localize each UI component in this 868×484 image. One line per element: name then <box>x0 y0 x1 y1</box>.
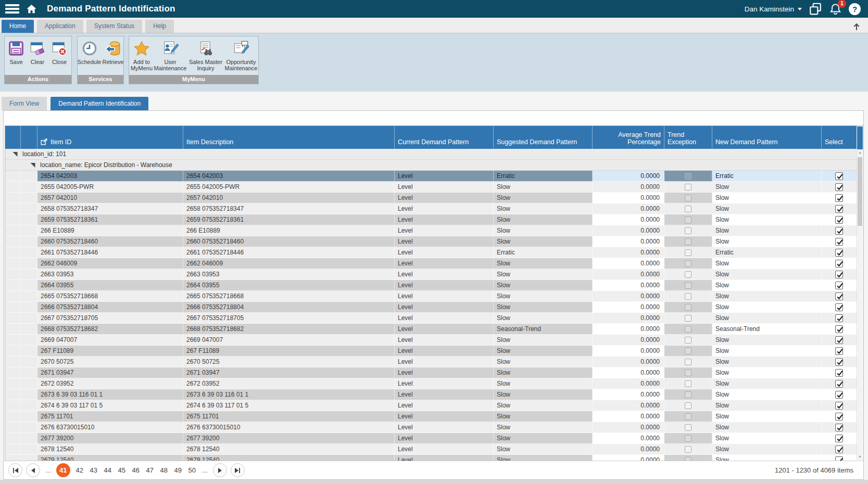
pager-page[interactable]: 45 <box>117 463 127 477</box>
group-row-location-id[interactable]: location_id: 101 <box>5 149 857 160</box>
cell-suggested-demand-pattern[interactable]: Slow <box>494 291 593 302</box>
cell-current-demand-pattern[interactable]: Level <box>395 444 494 455</box>
cell-item-id[interactable]: 2664 03955 <box>37 280 183 291</box>
grid-row[interactable]: 2662 046009 2662 046009 Level Slow 0.000… <box>5 258 857 269</box>
cell-new-demand-pattern[interactable]: Slow <box>712 193 822 203</box>
cell-item-description[interactable]: 2659 075352718361 <box>183 214 395 225</box>
cell-suggested-demand-pattern[interactable]: Slow <box>494 378 593 389</box>
home-icon[interactable] <box>26 3 37 15</box>
cell-current-demand-pattern[interactable]: Level <box>395 182 494 193</box>
grid-row[interactable]: 2659 075352718361 2659 075352718361 Leve… <box>5 214 857 225</box>
cell-average-trend-percentage[interactable]: 0.0000 <box>593 378 664 389</box>
cell-new-demand-pattern[interactable]: Erratic <box>712 171 822 182</box>
select-checkbox[interactable] <box>835 260 843 268</box>
cell-current-demand-pattern[interactable]: Level <box>395 411 494 422</box>
cell-average-trend-percentage[interactable]: 0.0000 <box>593 313 664 324</box>
cell-average-trend-percentage[interactable]: 0.0000 <box>593 171 664 182</box>
trend-exception-checkbox[interactable] <box>685 238 691 245</box>
trend-exception-checkbox[interactable] <box>685 380 691 387</box>
cell-average-trend-percentage[interactable]: 0.0000 <box>593 400 664 411</box>
cell-item-description[interactable]: 2668 075352718682 <box>183 324 395 335</box>
cell-item-id[interactable]: 2658 075352718347 <box>37 203 183 214</box>
cell-item-description[interactable]: 2654 042003 <box>183 171 395 182</box>
cell-current-demand-pattern[interactable]: Level <box>395 225 494 236</box>
cell-current-demand-pattern[interactable]: Level <box>395 171 494 182</box>
cell-item-id[interactable]: 2666 075352718804 <box>37 302 183 313</box>
cell-current-demand-pattern[interactable]: Level <box>395 346 494 356</box>
cell-average-trend-percentage[interactable]: 0.0000 <box>593 214 664 225</box>
cell-average-trend-percentage[interactable]: 0.0000 <box>593 193 664 203</box>
trend-exception-checkbox[interactable] <box>685 337 691 343</box>
grid-row[interactable]: 2654 042003 2654 042003 Level Erratic 0.… <box>5 171 857 182</box>
cell-average-trend-percentage[interactable]: 0.0000 <box>593 367 664 378</box>
grid-row[interactable]: 267 F11089 267 F11089 Level Slow 0.0000 … <box>5 346 857 356</box>
grid-row[interactable]: 2676 63730015010 2676 63730015010 Level … <box>5 422 857 433</box>
cell-item-id[interactable]: 2655 042005-PWR <box>37 182 183 193</box>
trend-exception-checkbox[interactable] <box>685 173 691 180</box>
cell-current-demand-pattern[interactable]: Level <box>395 247 494 258</box>
cell-suggested-demand-pattern[interactable]: Slow <box>494 269 593 280</box>
help-button[interactable]: ? <box>849 3 861 15</box>
pager-page[interactable]: 44 <box>103 463 112 477</box>
scrollbar-thumb[interactable] <box>858 157 862 226</box>
pager-page[interactable]: 50 <box>187 463 197 477</box>
cell-suggested-demand-pattern[interactable]: Slow <box>494 422 593 433</box>
cell-item-description[interactable]: 2666 075352718804 <box>183 302 395 313</box>
cell-item-id[interactable]: 2654 042003 <box>37 171 183 182</box>
trend-exception-checkbox[interactable] <box>685 359 691 365</box>
clear-button[interactable]: Clear <box>27 38 48 65</box>
cell-suggested-demand-pattern[interactable]: Slow <box>494 389 593 400</box>
trend-exception-checkbox[interactable] <box>685 184 691 190</box>
vertical-scrollbar[interactable]: ▲ ▼ <box>857 149 863 460</box>
select-checkbox[interactable] <box>835 413 843 421</box>
cell-current-demand-pattern[interactable]: Level <box>395 422 494 433</box>
cell-suggested-demand-pattern[interactable]: Slow <box>494 411 593 422</box>
cell-current-demand-pattern[interactable]: Level <box>395 400 494 411</box>
select-checkbox[interactable] <box>835 172 843 180</box>
col-average-trend-percentage[interactable]: Average Trend Percentage <box>593 126 664 149</box>
cell-current-demand-pattern[interactable]: Level <box>395 356 494 367</box>
cell-item-description[interactable]: 2661 075352718446 <box>183 247 395 258</box>
scroll-up-icon[interactable]: ▲ <box>857 149 863 156</box>
grid-row[interactable]: 2666 075352718804 2666 075352718804 Leve… <box>5 302 857 313</box>
cell-new-demand-pattern[interactable]: Slow <box>712 203 822 214</box>
cell-item-id[interactable]: 2665 075352718668 <box>37 291 183 302</box>
cell-item-id[interactable]: 2678 12540 <box>37 444 183 455</box>
cell-average-trend-percentage[interactable]: 0.0000 <box>593 422 664 433</box>
grid-row[interactable]: 2678 12540 2678 12540 Level Slow 0.0000 … <box>5 444 857 455</box>
collapse-group-icon[interactable] <box>12 151 18 157</box>
cell-item-description[interactable]: 2655 042005-PWR <box>183 182 395 193</box>
cell-item-description[interactable]: 2677 39200 <box>183 433 395 444</box>
cell-new-demand-pattern[interactable]: Slow <box>712 302 822 313</box>
cell-item-description[interactable]: 2658 075352718347 <box>183 203 395 214</box>
grid-row[interactable]: 2669 047007 2669 047007 Level Slow 0.000… <box>5 335 857 346</box>
trend-exception-checkbox[interactable] <box>685 293 691 300</box>
grid-row[interactable]: 2658 075352718347 2658 075352718347 Leve… <box>5 203 857 214</box>
trend-exception-checkbox[interactable] <box>685 216 691 223</box>
pager-page[interactable]: 42 <box>75 463 84 477</box>
select-checkbox[interactable] <box>835 445 843 453</box>
cell-suggested-demand-pattern[interactable]: Slow <box>494 346 593 356</box>
trend-exception-checkbox[interactable] <box>685 391 691 398</box>
cell-item-description[interactable]: 2675 11701 <box>183 411 395 422</box>
cell-item-id[interactable]: 2661 075352718446 <box>37 247 183 258</box>
col-suggested-demand-pattern[interactable]: Suggested Demand Pattern <box>494 126 593 149</box>
cell-average-trend-percentage[interactable]: 0.0000 <box>593 411 664 422</box>
sales-master-inquiry-button[interactable]: Sales Master Inquiry <box>187 38 224 71</box>
cell-item-description[interactable]: 2674 6 39 03 117 01 5 <box>183 400 395 411</box>
pager-ellipsis[interactable]: ... <box>202 466 208 474</box>
grid-row[interactable]: 2674 6 39 03 117 01 5 2674 6 39 03 117 0… <box>5 400 857 411</box>
cell-average-trend-percentage[interactable]: 0.0000 <box>593 247 664 258</box>
cell-current-demand-pattern[interactable]: Level <box>395 389 494 400</box>
cell-new-demand-pattern[interactable]: Slow <box>712 346 822 356</box>
select-checkbox[interactable] <box>835 216 843 224</box>
cell-item-id[interactable]: 2677 39200 <box>37 433 183 444</box>
opportunity-maintenance-button[interactable]: Opportunity Maintenance <box>224 38 258 71</box>
save-button[interactable]: Save <box>6 38 27 65</box>
cell-item-description[interactable]: 2662 046009 <box>183 258 395 269</box>
grid-row[interactable]: 2661 075352718446 2661 075352718446 Leve… <box>5 247 857 258</box>
cell-suggested-demand-pattern[interactable]: Slow <box>494 335 593 346</box>
cell-item-id[interactable]: 2667 075352718705 <box>37 313 183 324</box>
grid-row[interactable]: 2660 075352718460 2660 075352718460 Leve… <box>5 236 857 247</box>
cell-item-id[interactable]: 267 F11089 <box>37 346 183 356</box>
